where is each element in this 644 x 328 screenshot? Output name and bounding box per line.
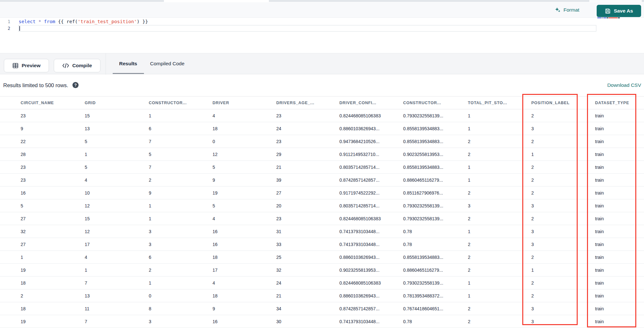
- table-cell: 16: [213, 229, 276, 234]
- table-cell: 2: [531, 216, 595, 221]
- table-cell: 33: [276, 242, 339, 247]
- table-grid-icon: [12, 62, 19, 69]
- results-table: CIRCUIT_NAMEGRIDCONSTRUCTOR...DRIVERDRIV…: [0, 96, 644, 328]
- table-cell: 0.7930232558139...: [403, 203, 468, 208]
- table-row: 1610919270.9171974522292...0.85116279069…: [0, 187, 644, 199]
- table-cell: 30: [276, 319, 339, 324]
- table-cell: 12: [85, 203, 149, 208]
- table-cell: 39: [276, 178, 339, 183]
- table-cell: 3: [531, 306, 595, 311]
- table-row: 231514230.8244680851063830.7930232558139…: [0, 109, 644, 122]
- editor-active-line[interactable]: [18, 25, 596, 32]
- table-cell: 23: [21, 113, 85, 118]
- table-cell: 2: [468, 216, 531, 221]
- table-cell: 10: [85, 190, 149, 196]
- table-cell: train: [595, 178, 644, 183]
- table-row: 22570230.9473684210526...0.8558139534883…: [0, 135, 644, 148]
- table-header-row: CIRCUIT_NAMEGRIDCONSTRUCTOR...DRIVERDRIV…: [0, 96, 644, 109]
- table-cell: 13: [85, 293, 149, 298]
- table-row: 213018210.8860103626943...0.781395348837…: [0, 289, 644, 302]
- table-cell: 15: [85, 113, 149, 118]
- table-row: 181189340.8742857142857...0.767441860465…: [0, 302, 644, 315]
- table-cell: 2: [468, 306, 531, 311]
- table-cell: 11: [85, 306, 149, 311]
- table-cell: train: [595, 280, 644, 286]
- table-cell: 2: [531, 190, 595, 196]
- table-row: 2717316330.7413793103448...0.7823train: [0, 238, 644, 251]
- table-cell: 0.7930232558139...: [403, 113, 468, 118]
- table-cell: 24: [276, 280, 339, 286]
- compile-label: Compile: [72, 63, 92, 68]
- editor-tab-strip: [0, 0, 644, 2]
- help-icon[interactable]: ?: [72, 82, 79, 88]
- save-as-button[interactable]: Save As: [597, 5, 641, 17]
- table-cell: 0.9112149532710...: [339, 152, 403, 157]
- table-cell: train: [595, 268, 644, 273]
- column-header: TOTAL_PIT_STO...: [468, 101, 531, 105]
- column-header: GRID: [85, 101, 149, 105]
- table-cell: 1: [85, 152, 149, 157]
- table-cell: 34: [276, 306, 339, 311]
- table-cell: 32: [21, 229, 85, 234]
- table-cell: 28: [21, 152, 85, 157]
- table-cell: 0.8860103626943...: [339, 293, 403, 298]
- table-body: 231514230.8244680851063830.7930232558139…: [0, 109, 644, 328]
- table-cell: 3: [531, 126, 595, 131]
- table-cell: 23: [21, 165, 85, 170]
- column-header: CIRCUIT_NAME: [21, 101, 85, 105]
- table-cell: 9: [21, 126, 85, 131]
- download-csv-link[interactable]: Download CSV: [607, 82, 641, 88]
- table-cell: 0.8742857142857...: [339, 306, 403, 311]
- preview-button[interactable]: Preview: [4, 59, 49, 72]
- table-cell: 3: [468, 203, 531, 208]
- table-cell: 1: [468, 126, 531, 131]
- table-cell: 9: [213, 306, 276, 311]
- table-cell: 0.9023255813953...: [403, 152, 468, 157]
- table-cell: 1: [468, 113, 531, 118]
- table-cell: 25: [276, 255, 339, 260]
- table-cell: 5: [21, 203, 85, 208]
- table-cell: 27: [21, 242, 85, 247]
- table-cell: 1: [149, 216, 213, 221]
- table-row: 23429390.8742857142857...0.8860465116279…: [0, 174, 644, 187]
- table-row: 3212316310.7413793103448...0.7813train: [0, 225, 644, 238]
- table-cell: 4: [85, 255, 149, 260]
- editor-minimap[interactable]: [597, 16, 642, 19]
- table-cell: 0.7413793103448...: [339, 242, 403, 247]
- table-cell: 18: [21, 280, 85, 286]
- format-button[interactable]: Format: [554, 5, 579, 15]
- table-cell: train: [595, 152, 644, 157]
- table-row: 191217320.9023255813953...0.886046511627…: [0, 264, 644, 277]
- results-limit-text: Results limited to 500 rows.: [3, 82, 68, 88]
- sql-editor[interactable]: 12 select * from {{ ref('train_test_posi…: [0, 18, 644, 53]
- table-cell: 0.7813953488372...: [403, 293, 468, 298]
- table-cell: 32: [276, 268, 339, 273]
- format-label: Format: [564, 7, 579, 13]
- table-cell: 1: [468, 280, 531, 286]
- table-cell: 2: [468, 190, 531, 196]
- table-cell: 0: [213, 139, 276, 144]
- table-cell: 24: [276, 126, 339, 131]
- table-cell: 3: [531, 319, 595, 324]
- table-cell: 7: [85, 280, 149, 286]
- column-header: DRIVER_CONFI...: [339, 101, 403, 105]
- table-row: 281512290.9112149532710...0.902325581395…: [0, 148, 644, 161]
- table-cell: 5: [149, 152, 213, 157]
- editor-toolbar: Format Save As: [0, 2, 644, 18]
- text-cursor: [19, 26, 20, 31]
- table-cell: 1: [531, 268, 595, 273]
- table-cell: 0.8035714285714...: [339, 165, 403, 170]
- column-header: DATASET_TYPE: [595, 101, 644, 105]
- table-cell: 0.824468085106383: [339, 113, 403, 118]
- compile-button[interactable]: Compile: [54, 59, 100, 72]
- code-line[interactable]: select * from {{ ref('train_test_positio…: [19, 18, 148, 25]
- table-cell: 9: [149, 190, 213, 196]
- tab-results[interactable]: Results: [119, 53, 137, 74]
- tab-compiled-code[interactable]: Compiled Code: [150, 53, 185, 74]
- table-cell: 8: [149, 306, 213, 311]
- table-cell: 19: [21, 268, 85, 273]
- table-cell: 6: [149, 255, 213, 260]
- table-cell: 1: [85, 268, 149, 273]
- table-cell: 4: [85, 178, 149, 183]
- minimap-code-segment: [607, 17, 608, 18]
